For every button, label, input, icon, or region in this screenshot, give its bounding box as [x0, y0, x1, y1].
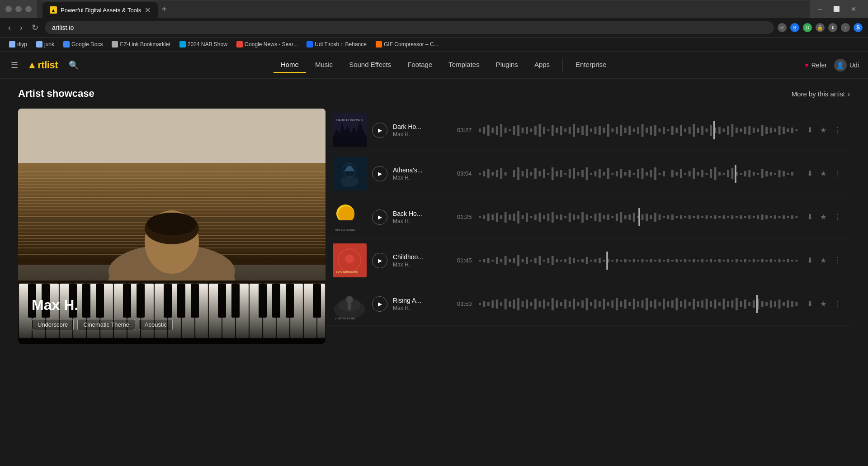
svg-rect-308	[740, 215, 742, 219]
tag-cinematic[interactable]: Cinematic Theme	[77, 319, 135, 330]
play-track-5-button[interactable]: ▶	[372, 296, 387, 312]
minimize-button[interactable]	[5, 6, 12, 12]
bookmark-star-icon[interactable]: ☆	[778, 23, 787, 32]
track-2-waveform[interactable]	[479, 165, 800, 183]
window-maximize-btn[interactable]: ⬜	[830, 4, 843, 14]
track-3-waveform[interactable]	[479, 208, 800, 226]
artlist-logo[interactable]: ▲rtlist	[27, 59, 58, 71]
tag-acoustic[interactable]: Acoustic	[139, 319, 173, 330]
more-by-artist-link[interactable]: More by this artist ›	[792, 90, 850, 98]
user-profile-button[interactable]: 👤 Udi	[834, 59, 859, 71]
nav-item-home[interactable]: Home	[274, 57, 306, 73]
refresh-button[interactable]: ↻	[29, 21, 41, 34]
track-item[interactable]: DARK HORIZONS ▶ Dark Ho... Max H. 03:27	[326, 109, 850, 152]
back-button[interactable]: ‹	[5, 21, 14, 34]
svg-rect-91	[496, 126, 498, 135]
svg-rect-148	[740, 128, 742, 132]
bookmark-junk[interactable]: junk	[33, 39, 58, 49]
tab-close-button[interactable]: ✕	[145, 6, 151, 14]
svg-rect-126	[646, 128, 648, 133]
svg-rect-180	[539, 171, 541, 176]
extension-icon-4[interactable]: ⬇	[828, 23, 837, 32]
nav-divider	[562, 58, 563, 72]
nav-item-enterprise[interactable]: Enterprise	[568, 57, 613, 73]
nav-item-apps[interactable]: Apps	[527, 57, 557, 73]
svg-rect-144	[723, 128, 725, 132]
tag-underscore[interactable]: Underscore	[32, 319, 74, 330]
svg-rect-271	[581, 212, 584, 223]
extension-icon-5[interactable]: ⋮	[841, 23, 850, 32]
track-1-waveform[interactable]	[479, 121, 800, 139]
favorite-track-4-button[interactable]: ★	[818, 254, 828, 266]
bookmark-gif[interactable]: GIF Compressor – C...	[372, 39, 442, 49]
waveform-4-svg	[479, 252, 800, 270]
track-item[interactable]: LOVE SENTIMENTS ▶ Childhoo... Max H.	[326, 239, 850, 282]
extension-icon-3[interactable]: 🔒	[816, 23, 825, 32]
refer-button[interactable]: ♥ Refer	[805, 62, 827, 69]
bookmark-diyp[interactable]: diyp	[5, 39, 31, 49]
nav-item-music[interactable]: Music	[308, 57, 340, 73]
search-button[interactable]: 🔍	[65, 58, 82, 72]
download-track-4-button[interactable]: ⬇	[805, 254, 815, 266]
play-track-2-button[interactable]: ▶	[372, 166, 387, 181]
svg-rect-345	[556, 259, 558, 262]
nav-item-plugins[interactable]: Plugins	[489, 57, 525, 73]
window-minimize-btn[interactable]: ─	[815, 4, 825, 14]
download-track-2-button[interactable]: ⬇	[805, 167, 815, 180]
svg-rect-183	[552, 167, 554, 180]
bookmark-google-news[interactable]: Google News - Sear...	[233, 39, 301, 49]
bookmark-google-docs[interactable]: Google Docs	[60, 39, 106, 49]
profile-icon[interactable]: S	[854, 23, 863, 32]
bookmark-nab-icon	[179, 41, 186, 48]
window-close-btn[interactable]: ✕	[848, 4, 859, 14]
bookmark-udi-behance[interactable]: Udi Tirosh :: Behance	[303, 39, 370, 49]
svg-rect-236	[778, 170, 781, 177]
more-track-4-button[interactable]: ⋮	[832, 254, 843, 266]
nav-item-templates[interactable]: Templates	[441, 57, 486, 73]
track-item[interactable]: ▶ Athena's... Max H. 03:04	[326, 152, 850, 195]
track-5-waveform[interactable]	[479, 295, 800, 313]
track-item[interactable]: TIME SUSPENDED ▶ Back Ho... Max H. 01:25	[326, 195, 850, 239]
play-track-1-button[interactable]: ▶	[372, 123, 387, 138]
track-item[interactable]: STORY OF A HERO ▶ Rising A... Max H. 03:…	[326, 282, 850, 326]
play-track-3-button[interactable]: ▶	[372, 209, 387, 225]
favorite-track-3-button[interactable]: ★	[818, 211, 828, 223]
svg-rect-133	[675, 128, 678, 133]
svg-rect-445	[633, 299, 635, 309]
extension-icon-2[interactable]: G	[803, 23, 812, 32]
nav-item-sound-effects[interactable]: Sound Effects	[342, 57, 398, 73]
extension-icon-1[interactable]: B	[790, 23, 799, 32]
svg-rect-442	[620, 301, 622, 307]
download-track-3-button[interactable]: ⬇	[805, 211, 815, 223]
track-4-waveform[interactable]	[479, 252, 800, 270]
maximize-button[interactable]	[15, 6, 22, 12]
svg-rect-198	[616, 171, 618, 176]
svg-rect-410	[483, 301, 485, 307]
close-window-button[interactable]	[25, 6, 32, 12]
play-track-4-button[interactable]: ▶	[372, 253, 387, 268]
url-input[interactable]	[45, 21, 774, 34]
svg-rect-438	[603, 299, 605, 309]
more-track-5-button[interactable]: ⋮	[832, 298, 843, 310]
forward-button[interactable]: ›	[17, 21, 25, 34]
bookmark-nab[interactable]: 2024 NAB Show	[176, 39, 231, 49]
new-tab-button[interactable]: +	[158, 0, 170, 18]
download-track-1-button[interactable]: ⬇	[805, 124, 815, 136]
svg-rect-98	[526, 127, 528, 134]
svg-rect-447	[642, 300, 644, 308]
more-track-3-button[interactable]: ⋮	[832, 211, 843, 223]
svg-rect-105	[556, 128, 558, 133]
svg-point-38	[147, 213, 197, 235]
favorite-track-5-button[interactable]: ★	[818, 298, 828, 310]
svg-rect-419	[522, 301, 524, 307]
active-tab[interactable]: ▲ Powerful Digital Assets & Tools ✕	[42, 2, 158, 18]
nav-item-footage[interactable]: Footage	[400, 57, 439, 73]
more-track-1-button[interactable]: ⋮	[832, 124, 843, 136]
download-track-5-button[interactable]: ⬇	[805, 298, 815, 310]
hamburger-menu-button[interactable]: ☰	[9, 58, 20, 72]
more-track-2-button[interactable]: ⋮	[832, 167, 843, 180]
svg-rect-153	[761, 125, 764, 136]
favorite-track-1-button[interactable]: ★	[818, 124, 828, 136]
bookmark-ez-link[interactable]: EZ-Link Bookmarklet	[108, 39, 174, 49]
favorite-track-2-button[interactable]: ★	[818, 167, 828, 180]
